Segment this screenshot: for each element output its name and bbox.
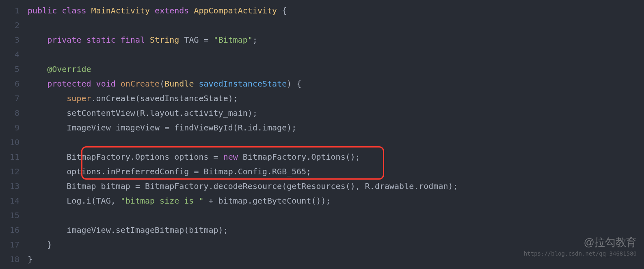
token [116, 79, 121, 89]
token [57, 6, 62, 15]
line-number: 18 [0, 252, 28, 267]
token: String [150, 35, 179, 45]
token [145, 35, 150, 45]
code-line: 15 [0, 208, 644, 223]
code-content: BitmapFactory.Options options = new Bitm… [28, 150, 360, 164]
token: Log.i(TAG, [28, 196, 121, 206]
code-content: protected void onCreate(Bundle savedInst… [28, 76, 301, 91]
code-content: private static final String TAG = "Bitma… [28, 33, 257, 47]
code-content: ImageView imageView = findViewById(R.id.… [28, 120, 296, 135]
token [28, 79, 47, 89]
code-line: 13 Bitmap bitmap = BitmapFactory.decodeR… [0, 179, 644, 193]
token: protected [47, 79, 91, 89]
token [28, 35, 47, 45]
code-content: } [28, 237, 52, 252]
code-content: Log.i(TAG, "bitmap size is " + bitmap.ge… [28, 193, 331, 208]
code-line: 3 private static final String TAG = "Bit… [0, 33, 644, 47]
line-number: 17 [0, 237, 28, 252]
line-number: 12 [0, 164, 28, 179]
token: private [47, 35, 81, 45]
line-number: 3 [0, 33, 28, 47]
token [28, 93, 67, 103]
token [86, 6, 91, 15]
token: AppCompatActivity [194, 6, 277, 15]
line-number: 11 [0, 150, 28, 164]
code-content: setContentView(R.layout.activity_main); [28, 106, 257, 120]
token: "Bitmap" [214, 35, 253, 45]
token: } [28, 254, 32, 264]
token: Bundle [164, 79, 194, 89]
token: options.inPreferredConfig = Bitmap.Confi… [28, 167, 311, 176]
line-number: 2 [0, 18, 28, 33]
token: onCreate [121, 79, 160, 89]
token [189, 6, 194, 15]
token: ; [253, 35, 257, 45]
token: void [96, 79, 116, 89]
token [150, 6, 155, 15]
code-line: 1public class MainActivity extends AppCo… [0, 3, 644, 18]
line-number: 1 [0, 3, 28, 18]
code-line: 16 imageView.setImageBitmap(bitmap); [0, 223, 644, 237]
token: { [277, 6, 287, 15]
token [179, 35, 184, 45]
token: ImageView imageView = findViewById(R.id.… [28, 123, 296, 132]
token: new [223, 152, 238, 162]
line-number: 8 [0, 106, 28, 120]
code-line: 2 [0, 18, 644, 33]
code-content: imageView.setImageBitmap(bitmap); [28, 223, 228, 237]
token: class [62, 6, 86, 15]
code-content: options.inPreferredConfig = Bitmap.Confi… [28, 164, 311, 179]
token: super [67, 93, 91, 103]
code-editor: 1public class MainActivity extends AppCo… [0, 0, 644, 269]
token [194, 79, 199, 89]
token: "bitmap size is " [121, 196, 204, 206]
line-number: 5 [0, 62, 28, 76]
token: public [28, 6, 57, 15]
token: ( [160, 79, 164, 89]
line-number: 9 [0, 120, 28, 135]
token: savedInstanceState [199, 79, 287, 89]
token: + bitmap.getByteCount()); [203, 196, 331, 206]
code-content: } [28, 252, 32, 267]
line-number: 16 [0, 223, 28, 237]
token [116, 35, 121, 45]
line-number: 15 [0, 208, 28, 223]
code-line: 9 ImageView imageView = findViewById(R.i… [0, 120, 644, 135]
line-number: 7 [0, 91, 28, 106]
code-line: 7 super.onCreate(savedInstanceState); [0, 91, 644, 106]
code-content: @Override [28, 62, 91, 76]
token [91, 79, 96, 89]
token: .onCreate(savedInstanceState); [91, 93, 238, 103]
token: imageView.setImageBitmap(bitmap); [28, 225, 228, 235]
line-number: 6 [0, 76, 28, 91]
token: extends [155, 6, 189, 15]
code-content: public class MainActivity extends AppCom… [28, 3, 287, 18]
token [81, 35, 86, 45]
token [28, 64, 47, 74]
code-line: 8 setContentView(R.layout.activity_main)… [0, 106, 644, 120]
line-number: 4 [0, 47, 28, 62]
code-line: 17 } [0, 237, 644, 252]
line-number: 13 [0, 179, 28, 193]
code-line: 4 [0, 47, 644, 62]
code-line: 12 options.inPreferredConfig = Bitmap.Co… [0, 164, 644, 179]
code-line: 6 protected void onCreate(Bundle savedIn… [0, 76, 644, 91]
code-line: 5 @Override [0, 62, 644, 76]
token: ) { [287, 79, 301, 89]
line-number: 10 [0, 135, 28, 150]
code-line: 10 [0, 135, 644, 150]
line-number: 14 [0, 193, 28, 208]
token: setContentView(R.layout.activity_main); [28, 108, 257, 118]
code-content: Bitmap bitmap = BitmapFactory.decodeReso… [28, 179, 458, 193]
code-line: 11 BitmapFactory.Options options = new B… [0, 150, 644, 164]
token: static [86, 35, 116, 45]
code-line: 18} [0, 252, 644, 267]
token: final [121, 35, 145, 45]
token: Bitmap bitmap = BitmapFactory.decodeReso… [28, 181, 458, 191]
token: TAG = [184, 35, 213, 45]
code-content: super.onCreate(savedInstanceState); [28, 91, 238, 106]
token: BitmapFactory.Options options = [28, 152, 223, 162]
token: } [28, 240, 52, 249]
token: BitmapFactory.Options(); [238, 152, 360, 162]
token: @Override [47, 64, 91, 74]
